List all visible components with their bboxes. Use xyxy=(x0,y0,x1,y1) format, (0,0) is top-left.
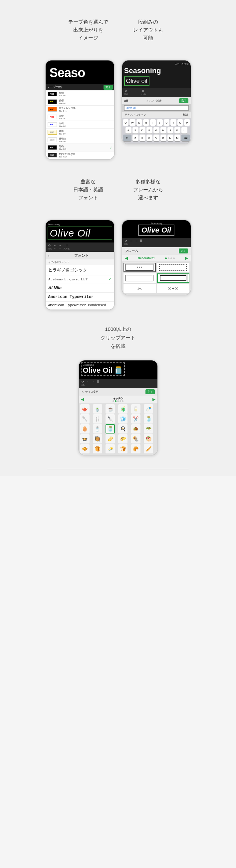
kb-d[interactable]: D xyxy=(139,127,146,133)
clipart-12[interactable]: 🫙 xyxy=(144,414,153,424)
clipart-1[interactable]: 🫖 xyxy=(80,404,89,413)
kb-q[interactable]: Q xyxy=(123,119,129,126)
clipart-6[interactable]: 🍼 xyxy=(144,404,153,413)
kb-k[interactable]: K xyxy=(175,127,180,133)
category-forward[interactable]: ▶ xyxy=(153,397,155,402)
category-back[interactable]: ◀ xyxy=(81,397,84,402)
kb-shift[interactable]: ⬆ xyxy=(123,134,131,141)
p3-toolbar-left[interactable]: ←← xyxy=(54,244,57,250)
kb-c[interactable]: C xyxy=(147,134,153,141)
toolbar-right-icon[interactable]: →→ xyxy=(135,89,138,96)
frame-done-btn[interactable]: 完了 xyxy=(179,248,188,253)
tape-item-5[interactable]: ABC 白/青 TZe-243 xyxy=(46,121,114,129)
frame-opt-4[interactable] xyxy=(157,273,189,283)
clipart-28[interactable]: 🍞 xyxy=(118,444,128,454)
toolbar-left-icon[interactable]: ←← xyxy=(130,89,133,96)
kb-e[interactable]: E xyxy=(136,119,142,126)
kb-y[interactable]: Y xyxy=(157,119,163,126)
clipart-26[interactable]: 🥞 xyxy=(93,444,102,454)
clipart-29[interactable]: 🥐 xyxy=(131,444,140,454)
frame-opt-6[interactable]: ⚔✦⚔ xyxy=(157,284,189,293)
tape-item-7[interactable]: ABC 透明/白 TZe-145 xyxy=(46,136,114,144)
kb-g[interactable]: G xyxy=(153,127,159,133)
kb-o[interactable]: O xyxy=(177,119,183,126)
translate-label[interactable]: 翻訳 xyxy=(183,113,188,117)
toolbar-count-icon[interactable]: ⅠⅠ入力数 xyxy=(140,89,146,96)
clipart-20[interactable]: 🥘 xyxy=(93,434,102,443)
clipart-14[interactable]: 🧂 xyxy=(93,424,102,434)
kb-b[interactable]: B xyxy=(160,134,166,141)
clipart-23[interactable]: 🌯 xyxy=(131,434,140,443)
tape-item-2[interactable]: ABC 黄/黒 TZe-741 xyxy=(46,98,114,105)
kb-l[interactable]: L xyxy=(181,127,187,133)
phone2-done-btn[interactable]: 完了 xyxy=(179,98,188,103)
tape-item-9[interactable]: ABC 艶(つや消し)/黒 TZe-XXX xyxy=(46,152,114,159)
clipart-3[interactable]: ☕ xyxy=(106,404,115,413)
p4-toolbar-left[interactable]: ← xyxy=(130,239,133,246)
kb-f[interactable]: F xyxy=(147,127,153,133)
toolbar-rotate-icon[interactable]: ⟳回転 xyxy=(124,89,128,96)
font-back-chevron[interactable]: ‹ xyxy=(48,253,50,258)
kb-w[interactable]: W xyxy=(130,119,135,126)
p4-toolbar-count[interactable]: ⅠⅠ xyxy=(140,239,142,246)
tape-item-4[interactable]: ABC 白/赤 TZe-242 xyxy=(46,113,114,121)
kb-m[interactable]: M xyxy=(175,134,180,141)
clipart-21[interactable]: 🫔 xyxy=(106,434,115,443)
font-item-typewriter[interactable]: American Typewriter xyxy=(46,293,114,302)
tape-item-1[interactable]: ABC 黒/黒 TZe-641 xyxy=(46,90,114,98)
clipart-22[interactable]: 🌮 xyxy=(118,434,128,443)
clipart-7[interactable]: 🥄 xyxy=(80,414,89,424)
font-item-nile[interactable]: Al Nile xyxy=(46,283,114,293)
tape-item-6[interactable]: ABC 黄/金 TZe-344 xyxy=(46,129,114,136)
clipart-18[interactable]: 🥗 xyxy=(144,424,153,434)
kb-backspace[interactable]: ⌫ xyxy=(181,134,190,141)
phone1-done-btn[interactable]: 完了 xyxy=(104,85,113,90)
frame-nav-forward[interactable]: ▶ xyxy=(185,256,188,260)
p3-toolbar-count[interactable]: ⅠⅠ入力数 xyxy=(63,244,70,250)
kb-a[interactable]: A xyxy=(126,127,131,133)
kb-x[interactable]: X xyxy=(139,134,146,141)
phone2-input[interactable]: Olive oil xyxy=(124,105,189,111)
kb-v[interactable]: V xyxy=(153,134,159,141)
clipart-15[interactable]: 🫙 xyxy=(106,424,115,434)
font-setting-label[interactable]: フォント設定 xyxy=(146,99,162,103)
kb-s[interactable]: S xyxy=(132,127,138,133)
scan-label[interactable]: テキストスキャン xyxy=(125,113,146,117)
clipart-9[interactable]: 🔪 xyxy=(106,414,115,424)
clipart-16[interactable]: 🍳 xyxy=(118,424,128,434)
font-item-typewriter-condensed[interactable]: American Typewriter Condensed xyxy=(46,302,114,310)
kb-p[interactable]: P xyxy=(184,119,190,126)
p4-toolbar-right[interactable]: → xyxy=(135,239,138,246)
kb-i[interactable]: I xyxy=(171,119,177,126)
frame-opt-1[interactable]: ✦✦✦ xyxy=(124,263,156,272)
p3-toolbar-right[interactable]: →→ xyxy=(59,244,61,250)
clipart-17[interactable]: 🧆 xyxy=(131,424,140,434)
kb-n[interactable]: N xyxy=(167,134,174,141)
p5-toolbar-count[interactable]: ⅠⅠ xyxy=(97,380,99,387)
clipart-2[interactable]: 🍵 xyxy=(93,404,102,413)
kb-h[interactable]: H xyxy=(160,127,166,133)
tape-item-3[interactable]: ABC 蛍光オレンジ/黒 TZe-B41 xyxy=(46,105,114,113)
kb-z[interactable]: Z xyxy=(132,134,138,141)
clipart-30[interactable]: 🥖 xyxy=(144,444,153,454)
clipart-25[interactable]: 🧇 xyxy=(80,444,89,454)
kb-t[interactable]: T xyxy=(150,119,156,126)
frame-opt-3[interactable] xyxy=(124,273,156,283)
p4-toolbar-rotate[interactable]: ⟳回転 xyxy=(124,239,128,246)
kb-u[interactable]: U xyxy=(164,119,170,126)
clipart-size-label[interactable]: サイズ変更 xyxy=(85,390,99,394)
clipart-10[interactable]: 🧊 xyxy=(118,414,128,424)
clipart-5[interactable]: 🥛 xyxy=(131,404,140,413)
clipart-8[interactable]: 🍴 xyxy=(93,414,102,424)
tape-item-8[interactable]: ABC 黒/白 TZe-345 ✓ xyxy=(46,144,114,152)
font-item-hiragino[interactable]: ヒラギノ角ゴシック xyxy=(46,265,114,275)
p5-toolbar-left[interactable]: ← xyxy=(87,380,90,387)
clipart-19[interactable]: 🍲 xyxy=(80,434,89,443)
p5-toolbar-rotate[interactable]: ⟳回転 xyxy=(81,380,85,387)
kb-j[interactable]: J xyxy=(167,127,174,133)
frame-nav-back[interactable]: ◀ xyxy=(125,256,128,260)
kb-r[interactable]: R xyxy=(143,119,149,126)
frame-opt-5[interactable]: ✂ xyxy=(124,284,156,293)
frame-opt-2[interactable] xyxy=(157,263,189,272)
clipart-done-btn[interactable]: 完了 xyxy=(146,389,155,394)
